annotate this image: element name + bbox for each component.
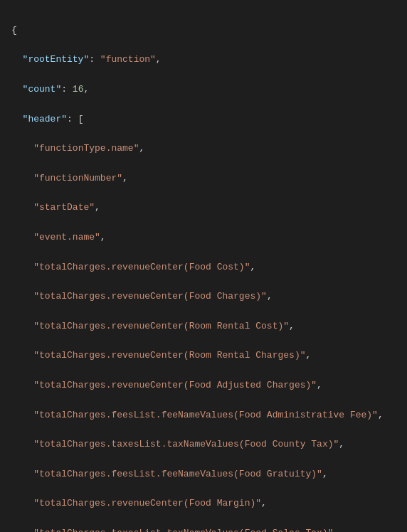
header-item-13: "totalCharges.taxesList.taxNameValues(Fo… xyxy=(11,526,396,532)
header-item-2: "startDate", xyxy=(11,201,396,216)
header-item-0: "functionType.name", xyxy=(11,142,396,156)
header-key-line: "header": [ xyxy=(11,112,396,127)
header-item-6: "totalCharges.revenueCenter(Room Rental … xyxy=(11,319,396,334)
header-item-4: "totalCharges.revenueCenter(Food Cost)", xyxy=(11,260,396,275)
header-item-5: "totalCharges.revenueCenter(Food Charges… xyxy=(11,289,396,304)
root-open: { xyxy=(11,23,396,38)
root-entity-line: "rootEntity": "function", xyxy=(11,53,396,68)
header-item-12: "totalCharges.revenueCenter(Food Margin)… xyxy=(11,496,396,511)
header-item-8: "totalCharges.revenueCenter(Food Adjuste… xyxy=(11,378,396,393)
json-viewer: { "rootEntity": "function", "count": 16,… xyxy=(11,9,396,532)
header-item-1: "functionNumber", xyxy=(11,171,396,186)
header-item-10: "totalCharges.taxesList.taxNameValues(Fo… xyxy=(11,437,396,452)
header-item-9: "totalCharges.feesList.feeNameValues(Foo… xyxy=(11,408,396,423)
count-line: "count": 16, xyxy=(11,83,396,97)
header-item-3: "event.name", xyxy=(11,230,396,245)
header-item-7: "totalCharges.revenueCenter(Room Rental … xyxy=(11,349,396,363)
header-item-11: "totalCharges.feesList.feeNameValues(Foo… xyxy=(11,467,396,482)
